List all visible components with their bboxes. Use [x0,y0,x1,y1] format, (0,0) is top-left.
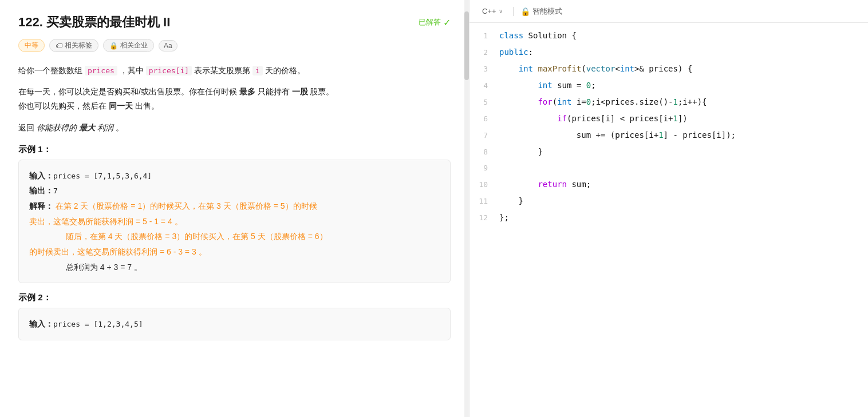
line-content: sum += (prices[i+1] - prices[i]); [499,127,861,143]
related-tags-tag[interactable]: 🏷 相关标签 [49,39,98,52]
description-line2: 在每一天，你可以决定是否购买和/或出售股票。你在任何时候 最多 只能持有 一股 … [18,85,451,113]
language-label: C++ [482,7,496,15]
line-number: 3 [476,61,499,77]
code-token: public [499,47,528,57]
code-line: 1class Solution { [469,27,868,44]
line-number: 8 [476,144,499,160]
font-tag[interactable]: Aa [159,40,177,51]
problem-panel: 122. 买卖股票的最佳时机 II 已解答 ✓ 中等 🏷 相关标签 🔒 相关企业… [0,0,469,417]
code-line: 9 [469,160,868,176]
tag-label-text: 相关标签 [65,41,92,50]
example1-input: 输入：prices = [7,1,5,3,6,4] [29,168,440,184]
example2-box: 输入：prices = [1,2,3,4,5] [18,308,451,340]
problem-number: 122. [18,15,43,29]
tags-row: 中等 🏷 相关标签 🔒 相关企业 Aa [18,39,451,52]
line-content: }; [499,209,861,225]
code-token [499,114,557,123]
line-content: int maxProfit(vector<int>& prices) { [499,61,861,77]
explain-text3: 总利润为 4 + 3 = 7 。 [66,263,142,272]
code-line: 10 return sum; [469,176,868,193]
code-line: 12}; [469,209,868,226]
example1-explain: 解释： 在第 2 天（股票价格 = 1）的时候买入，在第 3 天（股票价格 = … [29,198,440,275]
code-token: Solution { [523,31,577,40]
code-token: sum; [567,180,591,189]
code-editor[interactable]: 1class Solution {2public:3 int maxProfit… [469,23,868,417]
code-token: >& prices) { [634,64,692,73]
code-token: 1 [658,130,663,140]
code-line: 6 if(prices[i] < prices[i+1]) [469,110,868,127]
code-line: 11 } [469,193,868,209]
code-editor-panel: C++ ∨ 🔒 智能模式 1class Solution {2public:3 … [469,0,868,417]
difficulty-text: 中等 [25,41,38,50]
code-token: maxProfit [538,64,581,73]
code-token: if [557,114,567,123]
scrollbar-thumb[interactable] [464,11,469,80]
code-token: ( [553,97,557,106]
line-number: 5 [476,94,499,110]
line-content: class Solution { [499,27,861,43]
code-token [499,81,538,90]
problem-title: 122. 买卖股票的最佳时机 II 已解答 ✓ [18,14,451,31]
code-token: : [528,47,533,57]
difficulty-tag[interactable]: 中等 [18,39,45,52]
code-token: 0 [586,97,591,106]
code-token: sum += (prices[i+ [499,130,658,140]
line-number: 10 [476,177,499,193]
line-number: 1 [476,28,499,44]
chevron-down-icon: ∨ [499,8,503,14]
line-content: return sum; [499,176,861,192]
line-number: 9 [476,160,499,176]
solved-badge: 已解答 ✓ [419,17,451,28]
code-token: i= [571,97,586,106]
code-token [499,180,538,189]
problem-title-text: 122. 买卖股票的最佳时机 II [18,14,170,31]
code-token: int [620,64,634,73]
code-token: ;i++){ [678,97,707,106]
code-line: 2public: [469,44,868,61]
code-token: (prices[i] < prices[i+ [567,114,673,123]
code-token [499,97,538,106]
explain-text1b: 卖出，这笔交易所能获得利润 = 5 - 1 = 4 。 [29,217,183,226]
line-content: } [499,144,861,160]
code-token: ] - prices[i]); [664,130,736,140]
code-token: int [557,97,571,106]
line-number: 11 [476,193,499,209]
code-token: ]) [678,114,688,123]
code-token: < [615,64,620,73]
description-line1: 给你一个整数数组 prices ，其中 prices[i] 表示某支股票第 i … [18,63,451,78]
code-token: sum = [553,81,586,90]
code-token: 0 [586,81,591,90]
code-token: } [499,147,543,156]
code-line: 4 int sum = 0; [469,77,868,94]
code-line: 7 sum += (prices[i+1] - prices[i]); [469,127,868,144]
line-content: if(prices[i] < prices[i+1]) [499,110,861,126]
code-token: ;i<prices.size()- [591,97,673,106]
language-selector[interactable]: C++ ∨ [479,6,506,17]
line-number: 7 [476,128,499,144]
code-token: }; [499,213,509,222]
code-token: 1 [673,114,677,123]
problem-title-cn: 买卖股票的最佳时机 II [46,15,170,29]
code-token: return [538,180,567,189]
explain-text2: 随后，在第 4 天（股票价格 = 3）的时候买入，在第 5 天（股票价格 = 6… [66,232,328,241]
description-line3: 返回 你能获得的 最大 利润 。 [18,121,451,135]
related-company-tag[interactable]: 🔒 相关企业 [103,39,154,52]
code-token [499,64,519,73]
scrollbar-track[interactable] [464,0,469,417]
explain-text1: 在第 2 天（股票价格 = 1）的时候买入，在第 3 天（股票价格 = 5）的时… [56,201,317,211]
line-number: 2 [476,45,499,61]
line-content: } [499,193,861,209]
code-token: for [538,97,552,106]
code-token: int [538,81,552,90]
line-number: 12 [476,210,499,226]
example2-input: 输入：prices = [1,2,3,4,5] [29,316,440,332]
font-icon: Aa [164,42,172,50]
code-token: int [519,64,533,73]
code-token: class [499,31,523,40]
line-number: 4 [476,78,499,94]
example2-title: 示例 2： [18,292,451,303]
line-content: for(int i=0;i<prices.size()-1;i++){ [499,94,861,110]
line-content: int sum = 0; [499,77,861,93]
code-token: } [499,196,523,205]
smart-mode-toggle[interactable]: 🔒 智能模式 [520,6,562,17]
